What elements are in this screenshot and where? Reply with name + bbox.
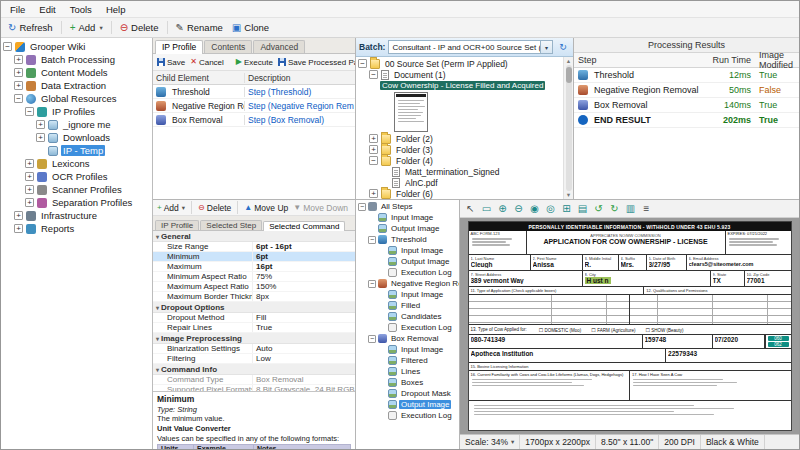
expand-icon[interactable] bbox=[369, 145, 378, 154]
property-value[interactable]: 6pt bbox=[253, 252, 355, 261]
step-item-filled[interactable]: Filled bbox=[356, 300, 459, 311]
collapse-icon[interactable] bbox=[25, 107, 34, 116]
result-row[interactable]: Box Removal 140ms True bbox=[574, 98, 799, 113]
add-step-button[interactable]: + Add ▾ bbox=[155, 202, 187, 214]
expand-icon[interactable] bbox=[14, 81, 23, 90]
add-button[interactable]: + Add ▾ bbox=[66, 21, 107, 34]
step-item-filtered[interactable]: Filtered bbox=[356, 355, 459, 366]
menu-tools[interactable]: Tools bbox=[63, 3, 99, 16]
step-item-output-image-selected[interactable]: Output Image bbox=[356, 399, 459, 410]
batch-refresh-icon[interactable]: ↻ bbox=[556, 40, 570, 54]
collapse-icon[interactable] bbox=[3, 42, 12, 51]
nav-item-separation-profiles[interactable]: Separation Profiles bbox=[1, 196, 152, 209]
thumbnails-icon[interactable]: ▤ bbox=[575, 202, 590, 216]
batch-combobox[interactable]: Consultant - IP and OCR+00 Source Set (P… bbox=[388, 40, 553, 54]
scrollbar-thumb[interactable] bbox=[566, 67, 572, 83]
property-value[interactable]: True bbox=[253, 323, 355, 332]
expand-icon[interactable] bbox=[25, 172, 34, 181]
property-row[interactable]: Maximum 16pt bbox=[153, 262, 355, 272]
tab-ip-profile[interactable]: IP Profile bbox=[155, 40, 203, 54]
property-value[interactable]: 8px bbox=[253, 292, 355, 301]
grid-view-icon[interactable]: ⊞ bbox=[559, 202, 574, 216]
rotate-right-icon[interactable]: ↻ bbox=[607, 202, 622, 216]
refresh-button[interactable]: ↻ Refresh bbox=[4, 21, 57, 34]
step-item-input-image[interactable]: Input Image bbox=[356, 245, 459, 256]
menu-file[interactable]: File bbox=[3, 3, 32, 16]
expand-icon[interactable] bbox=[36, 133, 45, 142]
move-up-button[interactable]: ▲ Move Up bbox=[242, 202, 290, 214]
cancel-button[interactable]: ✕ Cancel bbox=[188, 57, 226, 68]
nav-item-content-models[interactable]: Content Models bbox=[1, 66, 152, 79]
rename-button[interactable]: ✎ Rename bbox=[172, 21, 227, 34]
execute-button[interactable]: ▶ Execute bbox=[234, 57, 275, 68]
collapse-icon[interactable] bbox=[14, 94, 23, 103]
step-item-input-image[interactable]: Input Image bbox=[356, 289, 459, 300]
tab-selected-command[interactable]: Selected Command bbox=[263, 221, 345, 231]
nav-item-ip-profiles[interactable]: IP Profiles bbox=[1, 105, 152, 118]
expand-icon[interactable] bbox=[369, 189, 378, 198]
step-item-negative-region-removal[interactable]: Negative Region Removal bbox=[356, 278, 459, 289]
collapse-icon[interactable] bbox=[358, 59, 367, 68]
property-row[interactable]: Maximum Border Thickness 8px bbox=[153, 292, 355, 302]
batch-item-folder-4[interactable]: Folder (4) bbox=[356, 155, 563, 166]
batch-item-source-set[interactable]: 00 Source Set (Perm IP Applied) bbox=[356, 58, 563, 69]
delete-button[interactable]: ⊖ Delete bbox=[116, 21, 163, 34]
tab-advanced[interactable]: Advanced bbox=[253, 40, 305, 53]
clone-button[interactable]: ▣ Clone bbox=[228, 21, 273, 34]
result-row[interactable]: Threshold 12ms True bbox=[574, 68, 799, 83]
property-row[interactable]: Dropout Method Fill bbox=[153, 313, 355, 323]
save-button[interactable]: Save bbox=[155, 57, 187, 68]
step-item-threshold[interactable]: Threshold bbox=[356, 234, 459, 245]
property-value[interactable]: Low bbox=[253, 354, 355, 363]
nav-item-ip-temp[interactable]: IP - Temp bbox=[1, 144, 152, 157]
collapse-icon[interactable] bbox=[369, 70, 378, 79]
delete-step-button[interactable]: ⊖ Delete bbox=[196, 202, 233, 214]
property-group-image-preprocessing[interactable]: Image Preprocessing bbox=[153, 333, 355, 344]
property-group-dropout-options[interactable]: Dropout Options bbox=[153, 302, 355, 313]
nav-item-scanner-profiles[interactable]: Scanner Profiles bbox=[1, 183, 152, 196]
expand-icon[interactable] bbox=[25, 159, 34, 168]
nav-item-data-extraction[interactable]: Data Extraction bbox=[1, 79, 152, 92]
select-tool-icon[interactable]: ↖ bbox=[463, 202, 478, 216]
zoom-actual-icon[interactable]: ◉ bbox=[527, 202, 542, 216]
batch-item-document-1[interactable]: Document (1) bbox=[356, 69, 563, 80]
marquee-zoom-icon[interactable]: ▭ bbox=[479, 202, 494, 216]
property-row[interactable]: Command Type Box Removal bbox=[153, 375, 355, 385]
property-row[interactable]: Size Range 6pt - 16pt bbox=[153, 242, 355, 252]
scroll-up-icon[interactable]: ▲ bbox=[566, 58, 571, 64]
scrollbar-track[interactable] bbox=[566, 65, 572, 191]
tab-selected-step[interactable]: Selected Step bbox=[200, 220, 262, 230]
rotate-left-icon[interactable]: ↺ bbox=[591, 202, 606, 216]
zoom-in-icon[interactable]: ⊕ bbox=[495, 202, 510, 216]
end-result-row[interactable]: END RESULT 202ms True bbox=[574, 113, 799, 128]
property-row[interactable]: Minimum Aspect Ratio 75% bbox=[153, 272, 355, 282]
step-item-boxes[interactable]: Boxes bbox=[356, 377, 459, 388]
expand-icon[interactable] bbox=[14, 68, 23, 77]
step-item-candidates[interactable]: Candidates bbox=[356, 311, 459, 322]
collapse-icon[interactable] bbox=[368, 236, 376, 244]
column-step[interactable]: Step bbox=[574, 55, 705, 65]
nav-item-grooper-wiki[interactable]: Grooper Wiki bbox=[1, 40, 152, 53]
nav-item-infrastructure[interactable]: Infrastructure bbox=[1, 209, 152, 222]
column-run-time[interactable]: Run Time bbox=[705, 55, 757, 65]
menu-edit[interactable]: Edit bbox=[32, 3, 62, 16]
result-row[interactable]: Negative Region Removal 50ms False bbox=[574, 83, 799, 98]
save-processed-page-button[interactable]: Save Processed Page bbox=[276, 57, 355, 68]
tab-ip-profile[interactable]: IP Profile bbox=[155, 220, 199, 230]
property-value[interactable]: Auto bbox=[253, 344, 355, 353]
column-description[interactable]: Description bbox=[245, 73, 355, 83]
step-item-execution-log[interactable]: Execution Log bbox=[356, 322, 459, 333]
step-item-input-image[interactable]: Input Image bbox=[356, 212, 459, 223]
nav-item-global-resources[interactable]: Global Resources bbox=[1, 92, 152, 105]
property-group-command-info[interactable]: Command Info bbox=[153, 364, 355, 375]
child-element-row[interactable]: Threshold Step (Threshold) bbox=[153, 85, 355, 99]
scroll-down-icon[interactable]: ▼ bbox=[566, 192, 571, 198]
step-item-all-steps[interactable]: All Steps bbox=[356, 201, 459, 212]
nav-item-ignore-me[interactable]: _ignore me bbox=[1, 118, 152, 131]
collapse-icon[interactable] bbox=[368, 335, 376, 343]
nav-item-batch-processing[interactable]: Batch Processing bbox=[1, 53, 152, 66]
step-item-execution-log[interactable]: Execution Log bbox=[356, 410, 459, 421]
batch-item-matt-termination[interactable]: Matt_termination_Signed bbox=[356, 166, 563, 177]
collapse-icon[interactable] bbox=[369, 156, 378, 165]
step-item-output-image[interactable]: Output Image bbox=[356, 223, 459, 234]
